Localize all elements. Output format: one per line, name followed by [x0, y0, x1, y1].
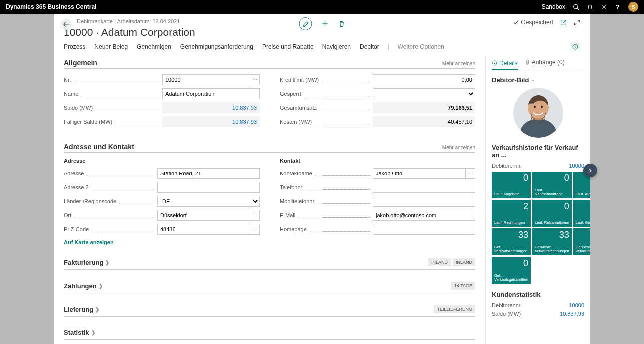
customer-photo — [513, 88, 563, 138]
faellig-value[interactable]: 10.837,93 — [162, 116, 260, 127]
tile[interactable]: 33Gebuchte Verkaufsrechnungen — [532, 228, 572, 255]
section-statistik[interactable]: Statistik❯ — [64, 326, 475, 340]
debitor-bild-header[interactable]: Debitor-Bild — [492, 76, 584, 84]
svg-line-1 — [577, 8, 578, 9]
action-bar: Prozess Neuer Beleg Genehmigen Genehmigu… — [54, 38, 590, 55]
tile[interactable]: 2Lauf. Rechnungen — [492, 200, 531, 227]
tile[interactable]: 0Lauf. Reklamationen — [532, 200, 572, 227]
action-genehmigen[interactable]: Genehmigen — [137, 43, 171, 50]
section-fakturierung[interactable]: Fakturierung❯INLANDINLAND — [64, 255, 475, 270]
factbox: Details Anhänge (0) Debitor-Bild Verkauf… — [485, 55, 590, 344]
saldo-value[interactable]: 10.837,93 — [162, 102, 260, 113]
action-preise[interactable]: Preise und Rabatte — [262, 43, 314, 50]
email-input[interactable] — [373, 210, 475, 221]
tile[interactable]: 0Lauf. Angebote — [492, 172, 531, 198]
product-name: Dynamics 365 Business Central — [6, 3, 96, 10]
action-navigieren[interactable]: Navigieren — [322, 43, 351, 50]
svg-point-10 — [541, 106, 543, 108]
nr-input[interactable] — [162, 74, 250, 85]
debitorennr-link[interactable]: 10000 — [569, 163, 584, 169]
tile[interactable]: 33Geb. Verkaufslieferungen — [492, 228, 531, 255]
plz-lookup[interactable]: ⋯ — [250, 224, 260, 235]
ort-input[interactable] — [157, 210, 250, 221]
ort-lookup[interactable]: ⋯ — [250, 210, 260, 221]
kontakt-input[interactable] — [373, 168, 465, 179]
edit-button[interactable] — [299, 17, 312, 30]
action-debitor[interactable]: Debitor — [360, 43, 379, 50]
kosten-value[interactable]: 40.457,10 — [373, 116, 475, 127]
section-lieferung[interactable]: Lieferung❯Teillieferung — [64, 302, 475, 317]
homepage-input[interactable] — [373, 224, 475, 235]
user-avatar[interactable]: S — [628, 2, 638, 12]
popout-icon[interactable] — [560, 19, 567, 26]
kreditlimit-input[interactable] — [373, 74, 475, 85]
tile[interactable]: 0Lauf. Gutschriften — [573, 200, 590, 227]
action-genehmigungsanforderung[interactable]: Genehmigungsanforderung — [180, 43, 253, 50]
bell-icon[interactable] — [586, 3, 593, 10]
gesperrt-select[interactable] — [373, 88, 475, 99]
action-neuer-beleg[interactable]: Neuer Beleg — [94, 43, 128, 50]
gear-icon[interactable] — [600, 3, 607, 10]
show-more[interactable]: Mehr anzeigen — [442, 61, 475, 66]
info-icon[interactable] — [570, 42, 580, 51]
tile[interactable]: 0Lauf. Rahmenaufträge — [532, 172, 572, 198]
plz-input[interactable] — [157, 224, 250, 235]
svg-point-0 — [573, 4, 577, 8]
section-zahlungen[interactable]: Zahlungen❯14 TAGE — [64, 279, 475, 293]
more-options[interactable]: Weitere Optionen — [398, 43, 444, 50]
page: Debitorenkarte | Arbeitsdatum: 12.04.202… — [54, 14, 590, 344]
sales-history-header[interactable]: Verkaufshistorie für Verkauf an ... — [492, 144, 584, 159]
svg-point-2 — [603, 6, 605, 8]
land-select[interactable]: DE — [157, 196, 260, 207]
expand-arrow[interactable] — [583, 164, 597, 177]
name-input[interactable] — [162, 88, 260, 99]
action-prozess[interactable]: Prozess — [64, 43, 85, 50]
saved-indicator: Gespeichert — [513, 19, 553, 26]
adresse-input[interactable] — [157, 168, 260, 179]
top-bar: Dynamics 365 Business Central Sandbox ? … — [0, 0, 644, 14]
page-header: Debitorenkarte | Arbeitsdatum: 12.04.202… — [54, 14, 590, 38]
section-general: AllgemeinMehr anzeigen — [64, 59, 475, 69]
tile[interactable]: 0Gebuchte Verkaufsrücksendungen — [573, 228, 590, 255]
kundenstatistik-header[interactable]: Kundenstatistik — [492, 291, 584, 298]
environment-badge: Sandbox — [542, 3, 565, 10]
umsatz-value[interactable]: 79.163,51 — [373, 102, 475, 113]
nr-lookup[interactable]: ⋯ — [250, 74, 260, 85]
main-content: AllgemeinMehr anzeigen Nr.⋯ Name Saldo (… — [54, 55, 485, 344]
search-icon[interactable] — [572, 3, 579, 10]
tab-attachments[interactable]: Anhänge (0) — [525, 59, 565, 68]
kontakt-lookup[interactable]: ⋯ — [465, 168, 475, 179]
mobil-input[interactable] — [373, 196, 475, 207]
adresse2-input[interactable] — [157, 182, 260, 193]
tel-input[interactable] — [373, 182, 475, 193]
help-icon[interactable]: ? — [614, 3, 621, 10]
back-button[interactable] — [61, 19, 72, 30]
tab-details[interactable]: Details — [492, 59, 518, 70]
delete-button[interactable] — [339, 21, 345, 27]
new-button[interactable] — [322, 20, 329, 27]
tile[interactable]: 0Geb. Verkaufsgutschriften — [492, 257, 531, 284]
svg-point-9 — [534, 106, 536, 108]
collapse-icon[interactable] — [574, 19, 580, 26]
map-link[interactable]: Auf Karte anzeigen — [64, 239, 114, 245]
